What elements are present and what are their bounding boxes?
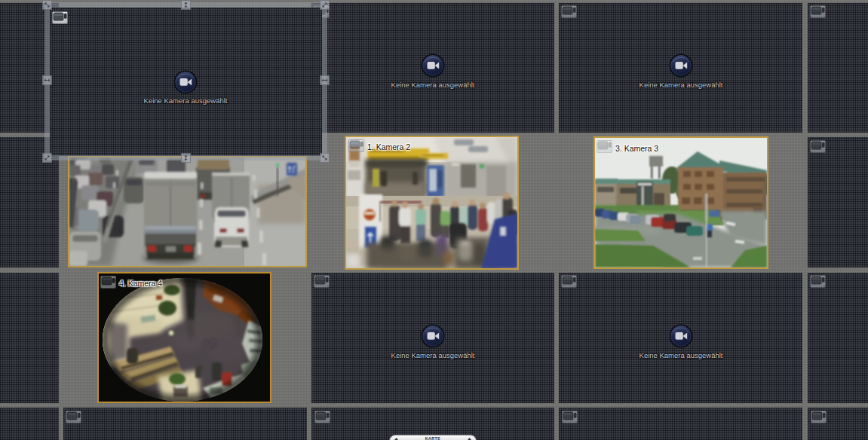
svg-text:KARTE: KARTE xyxy=(425,436,441,440)
